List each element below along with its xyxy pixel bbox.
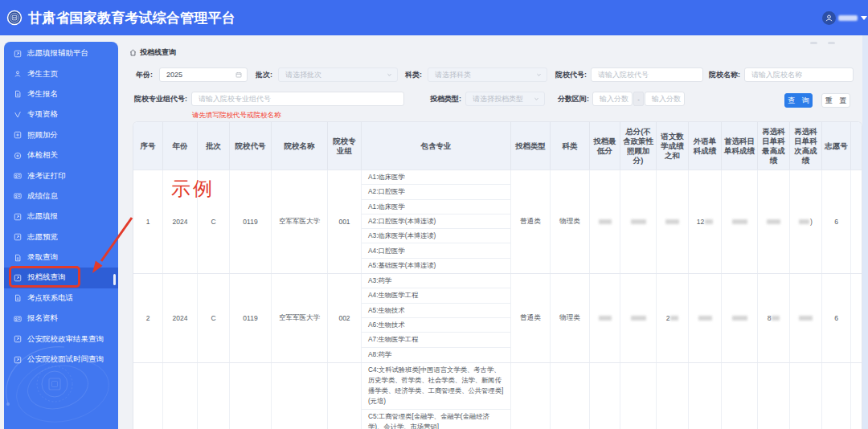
cell-total_score [620,274,657,362]
cell-foreign_lang [689,363,722,429]
score-min-input[interactable]: 输入分数 [592,92,633,106]
cell-college_name [272,363,328,429]
sidebar-item-label: 志愿预览 [27,232,58,243]
redacted-score [698,316,712,321]
redacted-score [599,316,612,321]
college-name-input[interactable]: 请输入院校名称 [744,67,854,82]
redacted-score [631,219,646,224]
column-header-subject: 科类 [551,122,590,170]
score-max-input[interactable]: 输入分数 [645,92,685,106]
major-item: A1:临床医学 [362,200,510,214]
cell-college_code [230,363,272,429]
sidebar-item-报名资料[interactable]: 报名资料 [4,308,118,329]
card-icon [14,315,22,323]
major-item: A4:口腔医学 [362,243,510,258]
sidebar-item-志愿填报辅助平台[interactable]: 志愿填报辅助平台 [4,43,118,63]
cell-volunteer [822,363,851,429]
sidebar-item-准考证打印[interactable]: 准考证打印 [4,165,118,186]
sidebar-item-考生报名[interactable]: 考生报名 [4,84,118,104]
cell-re_choice_next [790,274,822,362]
breadcrumb: 投档线查询 [129,47,176,58]
cell-archive_type [511,363,551,429]
user-menu[interactable] [822,0,867,35]
archive-type-select[interactable]: 请选择投档类型 [465,92,545,106]
query-button[interactable]: 查 询 [784,93,813,108]
results-table: 序号年份批次院校代号院校名称院校专业组包含专业投档类型科类投档最低分总分(不含政… [133,121,862,429]
sidebar-item-志愿预览[interactable]: 志愿预览 [4,227,118,247]
sidebar-scrollbar-thumb[interactable] [113,274,116,285]
table-row-1: 12024C0119空军军医大学001A1:临床医学A2:口腔医学A1:临床医学… [133,170,862,273]
window-dashes [810,42,835,44]
cell-first_choice [722,363,758,429]
subject-select[interactable]: 请选择科类 [428,67,547,82]
cell-chinese_math [657,363,689,429]
sidebar-item-label: 投档线查询 [27,272,66,283]
cell-re_choice_max [758,170,790,273]
score-max-placeholder: 输入分数 [645,94,681,104]
file-icon [14,90,22,98]
year-value: 2025 [160,71,182,79]
column-header-seq: 序号 [133,122,163,170]
annotation-sample-label: 示例 [171,176,215,202]
user-icon [14,70,22,78]
cell-filler [851,363,862,429]
year-input[interactable]: 2025 [159,67,248,82]
sidebar-item-专项资格[interactable]: 专项资格 [4,104,118,125]
sidebar-item-考生主页[interactable]: 考生主页 [4,63,118,84]
sidebar-item-公安院校面试时间查询[interactable]: 公安院校面试时间查询 [4,349,118,370]
cell-re_choice_next [790,363,822,429]
sidebar-item-投档线查询[interactable]: 投档线查询 [4,268,118,288]
sidebar: 志愿填报辅助平台考生主页考生报名专项资格照顾加分体检相关准考证打印成绩信息志愿填… [4,42,118,429]
group-code-input[interactable]: 请输入院校专业组代号 [191,92,404,106]
sidebar-item-成绩信息[interactable]: 成绩信息 [4,186,118,206]
cell-majors: A1:临床医学A2:口腔医学A1:临床医学A2:口腔医学(本博连读)A3:临床医… [362,170,511,273]
college-code-label: 院校代号: [555,70,587,80]
page-scrollbar-track [862,35,868,429]
batch-select[interactable]: 请选择批次 [278,67,398,82]
plus-square-icon [14,131,22,139]
cell-chinese_math: 2 [657,274,689,362]
archive-type-field: 投档类型: 请选择投档类型 [430,92,545,106]
check-icon [14,111,22,119]
score-range-field: 分数区间: 输入分数 - 输入分数 [558,92,685,106]
breadcrumb-label: 投档线查询 [140,47,176,58]
sidebar-item-label: 考点联系电话 [27,293,73,304]
cell-seq: 1 [133,170,163,273]
cell-filler [851,170,862,273]
batch-field: 批次: 请选择批次 [256,67,398,82]
sidebar-item-录取查询[interactable]: 录取查询 [4,247,118,268]
score-min-placeholder: 输入分数 [593,94,628,104]
college-code-input[interactable]: 请输入院校代号 [591,67,703,82]
cell-first_choice [722,274,758,362]
sidebar-item-志愿填报[interactable]: 志愿填报 [4,206,118,227]
sidebar-item-label: 志愿填报辅助平台 [27,48,88,59]
score-range-label: 分数区间: [558,94,589,104]
redacted-score [705,219,713,224]
column-header-total_score: 总分(不含政策性照顾加分) [620,122,657,170]
sidebar-item-照顾加分[interactable]: 照顾加分 [4,125,118,145]
chevron-down-icon [536,72,542,78]
college-code-placeholder: 请输入院校代号 [592,70,649,80]
cell-college_name: 空军军医大学 [272,170,328,273]
subject-placeholder: 请选择科类 [428,70,471,80]
cell-filler [851,274,862,362]
calendar-icon [235,72,242,78]
cell-min_score [590,274,620,362]
score-visible-digits: 2 [666,314,670,322]
sidebar-item-公安院校政审结果查询[interactable]: 公安院校政审结果查询 [4,329,118,349]
group-code-placeholder: 请输入院校专业组代号 [192,94,271,104]
redacted-score [799,316,813,321]
major-item: A7:生物医学工程 [362,333,510,347]
column-header-foreign_lang: 外语单科成绩 [689,122,722,170]
major-item: A3:临床医学(本博连读) [362,229,510,243]
cell-year: 2024 [163,274,198,362]
column-header-year: 年份 [163,122,198,170]
sidebar-item-考点联系电话[interactable]: 考点联系电话 [4,288,118,308]
cell-first_choice [722,170,758,273]
reset-button[interactable]: 重 置 [821,93,850,108]
column-header-college_name: 院校名称 [272,122,328,170]
cell-batch [198,363,230,429]
sidebar-item-体检相关[interactable]: 体检相关 [4,145,118,165]
redacted-score [767,219,780,224]
cell-college_code: 0119 [230,274,272,362]
